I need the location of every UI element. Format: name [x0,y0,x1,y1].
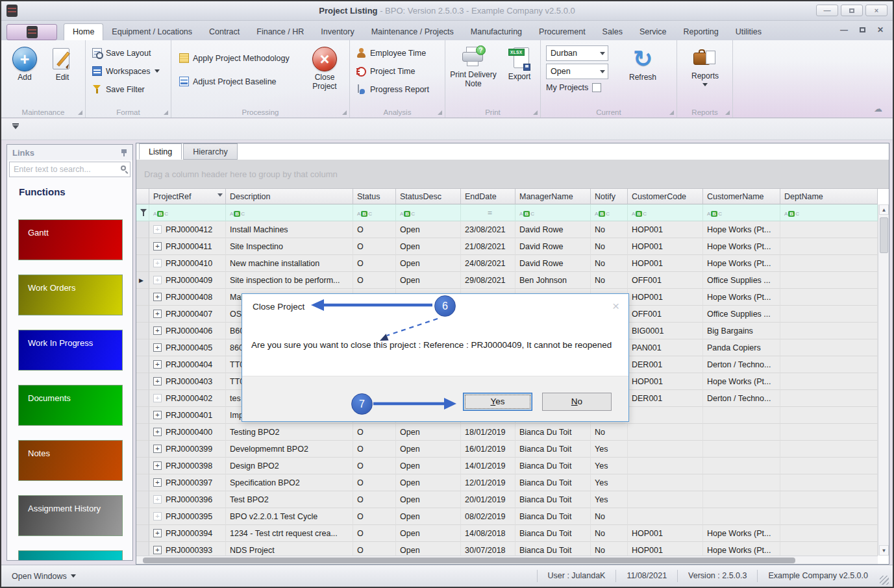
cell-projectref[interactable]: PRJ0000405 [149,339,226,356]
cell-customercode[interactable] [628,424,703,441]
cell-managername[interactable]: Ben Johnson [515,272,591,289]
expand-icon[interactable] [153,445,162,453]
cell-projectref[interactable]: PRJ0000404 [149,356,226,373]
cell-status[interactable]: O [353,542,396,556]
cell-description[interactable]: Developmemnt BPO2 [226,441,353,458]
reports-button[interactable]: Reports [686,47,725,86]
cell-description[interactable]: Specification BPO2 [226,474,353,491]
expand-icon[interactable] [153,293,162,301]
apply-methodology-button[interactable]: Apply Project Methodology [179,53,290,63]
cell-customername[interactable]: Hope Works (Pt... [703,238,780,255]
table-row[interactable]: PRJ0000400 Testing BPO2 O Open 18/01/201… [136,424,878,441]
tab-hierarchy[interactable]: Hierarchy [183,143,238,160]
cell-notify[interactable]: No [591,525,628,542]
cell-description[interactable]: BPO v2.2.0.1 Test Cycle [226,508,353,525]
cell-customercode[interactable] [628,508,703,525]
maximize-button[interactable] [841,5,863,16]
cell-enddate[interactable]: 23/08/2021 [461,221,515,238]
cell-customercode[interactable]: OFF001 [628,272,703,289]
cell-notify[interactable]: No [591,542,628,556]
filter-deptname[interactable] [780,204,878,221]
tab-maintenance-projects[interactable]: Maintenance / Projects [363,24,462,40]
group-launcher-icon[interactable] [533,110,538,115]
cell-description[interactable]: NDS Project [226,542,353,556]
tab-service[interactable]: Service [631,24,675,40]
filter-status[interactable] [353,204,396,221]
cell-enddate[interactable]: 30/07/2018 [461,542,515,556]
resize-grip[interactable] [880,576,889,585]
expand-icon[interactable] [153,310,162,318]
filter-customercode[interactable] [628,204,703,221]
function-button[interactable]: Notes [18,440,123,481]
cell-deptname[interactable] [780,491,878,508]
cell-status[interactable]: O [353,491,396,508]
cell-deptname[interactable] [780,474,878,491]
cell-enddate[interactable]: 14/08/2018 [461,525,515,542]
cell-deptname[interactable] [780,323,878,339]
cell-customername[interactable] [703,491,780,508]
cell-customername[interactable] [703,424,780,441]
cell-managername[interactable]: David Rowe [515,221,591,238]
pin-icon[interactable] [121,149,127,156]
cell-description[interactable]: Test BPO2 [226,491,353,508]
tab-utilities[interactable]: Utilities [727,24,770,40]
cell-customercode[interactable]: DER001 [628,390,703,407]
cell-status[interactable]: O [353,525,396,542]
cell-statusdesc[interactable]: Open [396,458,461,474]
scroll-up-icon[interactable]: ▲ [879,204,889,215]
cell-status[interactable]: O [353,458,396,474]
cell-statusdesc[interactable]: Open [396,272,461,289]
expand-icon[interactable] [153,512,162,521]
expand-icon[interactable] [153,326,162,335]
cell-enddate[interactable]: 29/08/2021 [461,272,515,289]
cell-enddate[interactable]: 18/01/2019 [461,424,515,441]
my-projects-checkbox[interactable] [592,83,601,92]
cell-customercode[interactable]: HOP001 [628,525,703,542]
cell-customername[interactable]: Derton / Techno... [703,390,780,407]
cell-status[interactable]: O [353,255,396,272]
cell-deptname[interactable] [780,424,878,441]
group-launcher-icon[interactable] [669,110,674,115]
tab-contract[interactable]: Contract [201,24,248,40]
scroll-down-icon[interactable]: ▼ [879,545,889,556]
cell-projectref[interactable]: PRJ0000394 [149,525,226,542]
cell-status[interactable]: O [353,474,396,491]
cell-status[interactable]: O [353,238,396,255]
group-launcher-icon[interactable] [725,110,730,115]
cell-deptname[interactable] [780,390,878,407]
expand-icon[interactable] [153,225,162,234]
vertical-scrollbar[interactable]: ▲ ▼ [878,204,889,556]
group-launcher-icon[interactable] [78,110,82,115]
cell-deptname[interactable] [780,542,878,556]
cell-projectref[interactable]: PRJ0000409 [149,272,226,289]
cell-statusdesc[interactable]: Open [396,255,461,272]
expand-icon[interactable] [153,461,162,470]
cell-deptname[interactable] [780,441,878,458]
cell-customercode[interactable]: DER001 [628,356,703,373]
column-header-customername[interactable]: CustomerName [703,189,780,204]
function-button[interactable]: Gantt [18,219,123,260]
expand-icon[interactable] [153,360,162,369]
group-launcher-icon[interactable] [164,110,168,115]
cell-projectref[interactable]: PRJ0000407 [149,306,226,323]
cell-statusdesc[interactable]: Open [396,474,461,491]
cell-customername[interactable]: Hope Works (Pt... [703,373,780,390]
cell-enddate[interactable]: 12/01/2019 [461,474,515,491]
cell-managername[interactable]: Bianca Du Toit [515,424,591,441]
table-row[interactable]: PRJ0000411 Site Inspectino O Open 21/08/… [136,238,878,255]
column-header-status[interactable]: Status [353,189,396,204]
filter-statusdesc[interactable] [396,204,461,221]
expand-icon[interactable] [153,276,162,284]
cell-customercode[interactable]: HOP001 [628,255,703,272]
cell-description[interactable]: Install Machines [226,221,353,238]
filter-enddate[interactable]: = [461,204,515,221]
table-row[interactable]: PRJ0000399 Developmemnt BPO2 O Open 16/0… [136,441,878,458]
cell-deptname[interactable] [780,373,878,390]
group-launcher-icon[interactable] [438,110,442,115]
expand-icon[interactable] [153,546,162,554]
cell-notify[interactable]: No [591,272,628,289]
cell-customername[interactable]: Office Supplies ... [703,272,780,289]
cell-statusdesc[interactable]: Open [396,508,461,525]
cell-managername[interactable]: Bianca Du Toit [515,474,591,491]
application-menu-button[interactable] [6,24,57,40]
